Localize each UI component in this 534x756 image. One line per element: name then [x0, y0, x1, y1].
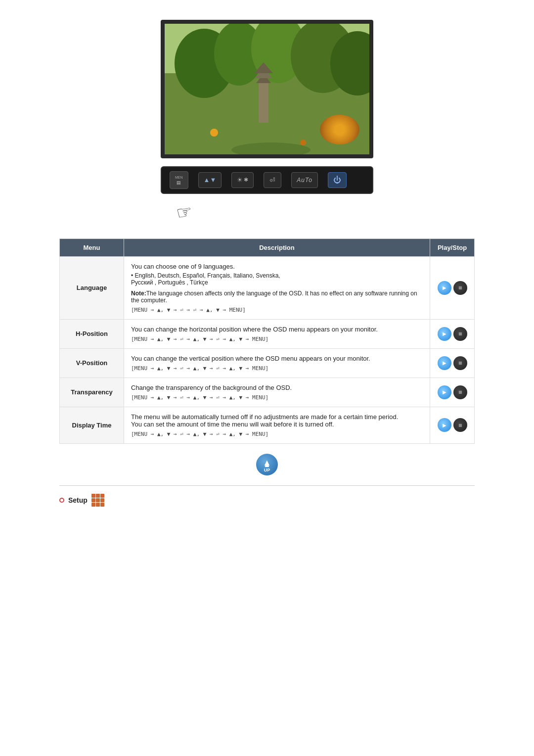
desc-transparency: Change the transparency of the backgroun…: [124, 378, 430, 407]
table-row-hposition: H-Position You can change the horizontal…: [60, 319, 475, 348]
desc-line2: • English, Deutsch, Español, Français, I…: [131, 272, 423, 286]
nav-down-up-button[interactable]: ▲▼: [198, 172, 222, 188]
page-wrapper: MEN ▤ ▲▼ ☀ ✱ ⏎ AuTo ⏻: [0, 0, 534, 526]
menu-button[interactable]: MEN ▤: [170, 171, 188, 189]
desc-line1-vpos: You can change the vertical position whe…: [131, 355, 423, 362]
desc-line1-hpos: You can change the horizontal position w…: [131, 326, 423, 333]
menu-item-transparency: Transparency: [60, 378, 124, 407]
stop-button-vposition[interactable]: ⏹: [453, 356, 467, 370]
contrast-icon: ✱: [244, 177, 248, 183]
table-row-language: Language You can choose one of 9 languag…: [60, 256, 475, 319]
stop-button-language[interactable]: ⏹: [453, 281, 467, 295]
setup-section: Setup: [59, 494, 475, 507]
stop-button-hposition[interactable]: ⏹: [453, 327, 467, 341]
up-arrow-body: ▲ UP: [256, 454, 278, 475]
auto-label: AuTo: [297, 177, 312, 184]
desc-path-language: [MENU → ▲, ▼ → ⏎ → ⏎ → ▲, ▼ → MENU]: [131, 307, 423, 313]
menu-item-displaytime: Display Time: [60, 407, 124, 443]
play-stop-icons-vpos: ▶ ⏹: [437, 356, 467, 370]
play-button-vposition[interactable]: ▶: [438, 356, 451, 370]
auto-button[interactable]: AuTo: [291, 172, 318, 188]
desc-language: You can choose one of 9 languages. • Eng…: [124, 256, 430, 319]
desc-path-transparency: [MENU → ▲, ▼ → ⏎ → ▲, ▼ → ⏎ → ▲, ▼ → MEN…: [131, 394, 423, 401]
osd-menu-table: Menu Description Play/Stop Language You …: [59, 238, 475, 444]
desc-hposition: You can change the horizontal position w…: [124, 319, 430, 348]
desc-path-displaytime: [MENU → ▲, ▼ → ⏎ → ▲, ▼ → ⏎ → ▲, ▼ → MEN…: [131, 431, 423, 437]
power-button[interactable]: ⏻: [328, 172, 347, 188]
menu-item-language: Language: [60, 256, 124, 319]
hand-pointer: ☞: [175, 200, 194, 224]
up-label: UP: [264, 468, 270, 472]
enter-icon: ⏎: [269, 176, 275, 184]
playstop-language: ▶ ⏹: [430, 256, 475, 319]
desc-line1-disptime: The menu will be automatically turned of…: [131, 413, 423, 428]
desc-line1: You can choose one of 9 languages.: [131, 263, 423, 270]
svg-rect-7: [259, 83, 268, 123]
desc-path-hposition: [MENU → ▲, ▼ → ⏎ → ▲, ▼ → ⏎ → ▲, ▼ → MEN…: [131, 336, 423, 342]
table-header-menu: Menu: [60, 238, 124, 256]
play-button-language[interactable]: ▶: [438, 281, 451, 295]
table-row-vposition: V-Position You can change the vertical p…: [60, 348, 475, 378]
table-header-desc: Description: [124, 238, 430, 256]
play-stop-icons-hpos: ▶ ⏹: [437, 327, 467, 341]
section-divider: [59, 485, 475, 486]
desc-line1-trans: Change the transparency of the backgroun…: [131, 384, 423, 391]
desc-path-vposition: [MENU → ▲, ▼ → ⏎ → ▲, ▼ → ⏎ → ▲, ▼ → MEN…: [131, 365, 423, 372]
playstop-hposition: ▶ ⏹: [430, 319, 475, 348]
menu-item-hposition: H-Position: [60, 319, 124, 348]
stop-button-transparency[interactable]: ⏹: [453, 385, 467, 399]
monitor-container: MEN ▤ ▲▼ ☀ ✱ ⏎ AuTo ⏻: [59, 20, 475, 224]
playstop-displaytime: ▶ ⏹: [430, 407, 475, 443]
play-button-transparency[interactable]: ▶: [438, 385, 451, 399]
desc-displaytime: The menu will be automatically turned of…: [124, 407, 430, 443]
table-header-playstop: Play/Stop: [430, 238, 475, 256]
up-arrow-container: ▲ UP: [59, 454, 475, 475]
brightness-button[interactable]: ☀ ✱: [231, 172, 254, 188]
play-stop-icons: ▶ ⏹: [437, 281, 467, 295]
play-button-displaytime[interactable]: ▶: [438, 418, 451, 432]
playstop-vposition: ▶ ⏹: [430, 348, 475, 378]
osd-control-bar: MEN ▤ ▲▼ ☀ ✱ ⏎ AuTo ⏻: [161, 166, 373, 194]
up-arrow-button[interactable]: ▲ UP: [256, 454, 278, 475]
brightness-icon: ☀: [237, 176, 243, 184]
play-stop-icons-disptime: ▶ ⏹: [437, 418, 467, 432]
svg-point-11: [210, 129, 218, 137]
setup-grid-icon: [91, 494, 104, 507]
play-stop-icons-trans: ▶ ⏹: [437, 385, 467, 399]
play-button-hposition[interactable]: ▶: [438, 327, 451, 341]
menu-item-vposition: V-Position: [60, 348, 124, 378]
monitor-image: [165, 24, 373, 158]
svg-point-13: [300, 140, 306, 145]
table-row-displaytime: Display Time The menu will be automatica…: [60, 407, 475, 443]
svg-point-12: [333, 133, 343, 142]
stop-button-displaytime[interactable]: ⏹: [453, 418, 467, 432]
desc-note-language: Note:The language chosen affects only th…: [131, 290, 423, 304]
svg-point-14: [231, 142, 311, 157]
enter-button[interactable]: ⏎: [264, 172, 281, 188]
desc-vposition: You can change the vertical position whe…: [124, 348, 430, 378]
power-icon: ⏻: [333, 176, 341, 185]
setup-dot-icon: [59, 498, 64, 503]
playstop-transparency: ▶ ⏹: [430, 378, 475, 407]
nav-icon: ▲▼: [204, 176, 217, 184]
monitor-screen: [161, 20, 373, 158]
setup-label: Setup: [68, 496, 88, 504]
table-row-transparency: Transparency Change the transparency of …: [60, 378, 475, 407]
